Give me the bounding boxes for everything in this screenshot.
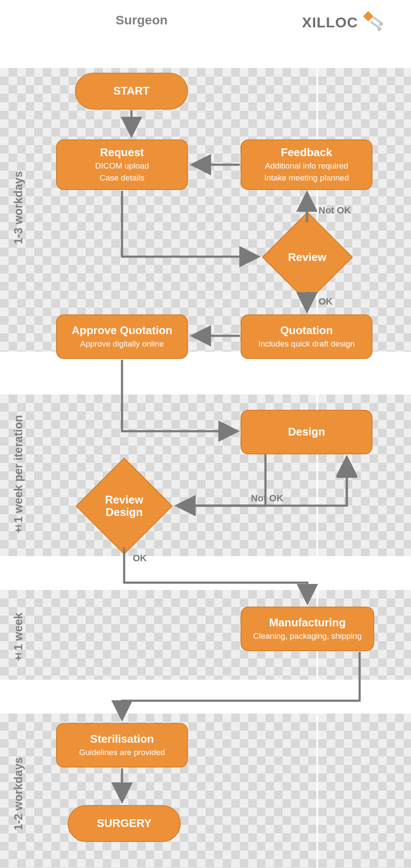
node-sterilisation: Sterilisation Guidelines are provided [56, 723, 188, 767]
node-request-sub1: DICOM upload [95, 161, 149, 171]
column-header-surgeon: Surgeon [116, 13, 168, 27]
node-feedback-sub2: Intake meeting planned [264, 173, 349, 183]
node-quotation-sub1: Includes quick draft design [259, 339, 355, 349]
node-approve: Approve Quotation Approve digitally onli… [56, 314, 188, 359]
phase-band-1 [0, 68, 316, 352]
node-start-title: START [113, 85, 150, 98]
node-request-sub2: Case details [100, 173, 145, 183]
node-start: START [75, 73, 188, 110]
node-request-title: Request [100, 146, 144, 159]
xilloc-logo: XILLOC [302, 9, 386, 35]
phase-label-2: ±1 week per iteration [12, 415, 25, 536]
node-review-title: Review [288, 251, 327, 264]
node-design-title: Design [288, 426, 325, 438]
edge-label-notok-2: Not OK [251, 493, 283, 504]
node-surgery-title: SURGERY [97, 817, 152, 830]
node-manufacturing-sub1: Cleaning, packaging, shipping [253, 631, 362, 641]
node-surgery: SURGERY [68, 805, 181, 842]
svg-point-4 [377, 27, 381, 31]
xilloc-icon [360, 9, 386, 35]
xilloc-wordmark: XILLOC [302, 14, 358, 31]
svg-marker-0 [363, 11, 373, 21]
node-sterilisation-title: Sterilisation [90, 733, 154, 746]
phase-label-1: 1-3 workdays [12, 171, 25, 244]
node-manufacturing: Manufacturing Cleaning, packaging, shipp… [241, 607, 374, 651]
node-approve-sub1: Approve digitally online [80, 339, 164, 349]
edge-label-ok-2: OK [133, 553, 147, 564]
node-review-design-t2: Design [106, 506, 143, 518]
node-feedback-title: Feedback [281, 146, 332, 159]
phase-band-4b [318, 714, 411, 868]
node-approve-title: Approve Quotation [71, 324, 172, 337]
node-quotation-title: Quotation [280, 324, 333, 337]
phase-label-4: 1-2 workdays [12, 757, 25, 830]
node-review-design-t1: Review [105, 494, 143, 506]
edge-label-ok-1: OK [319, 296, 333, 307]
node-request: Request DICOM upload Case details [56, 139, 188, 190]
node-review: Review [263, 224, 351, 290]
node-manufacturing-title: Manufacturing [269, 616, 345, 629]
node-feedback-sub1: Additional info required [265, 161, 348, 171]
node-feedback: Feedback Additional info required Intake… [241, 139, 372, 190]
edge-label-notok-1: Not OK [319, 205, 351, 216]
node-design: Design [241, 410, 372, 454]
node-review-design: ReviewDesign [77, 465, 171, 547]
node-quotation: Quotation Includes quick draft design [241, 314, 372, 359]
node-sterilisation-sub1: Guidelines are provided [79, 747, 165, 758]
svg-point-3 [379, 22, 383, 26]
phase-label-3: ±1 week [12, 613, 25, 664]
